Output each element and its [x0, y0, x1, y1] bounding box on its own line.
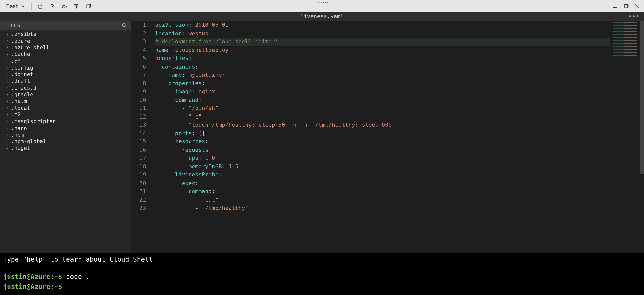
shell-selector[interactable]: Bash: [3, 2, 28, 10]
chevron-right-icon: ▹: [6, 133, 9, 137]
code-line[interactable]: properties:: [155, 54, 610, 63]
file-tree-item[interactable]: ▹.cf: [0, 57, 131, 64]
chevron-right-icon: ▹: [6, 59, 9, 63]
minimize-button[interactable]: [610, 1, 620, 11]
file-name: .config: [11, 65, 33, 70]
close-button[interactable]: [632, 1, 642, 11]
file-list: ▹.ansible▹.azure▹.azure-shell▹.cache▹.cf…: [0, 30, 131, 253]
file-name: .helm: [11, 99, 27, 104]
file-tree-item[interactable]: ▹.ansible: [0, 31, 131, 38]
chevron-right-icon: ▹: [6, 139, 9, 143]
line-number: 17: [131, 154, 146, 163]
line-number: 2: [131, 30, 146, 38]
monaco-editor: liveness.yaml ••• FILES ▹.ansible▹.azure…: [0, 12, 644, 253]
code-line[interactable]: containers:: [155, 63, 610, 71]
code-line[interactable]: - name: mycontainer: [155, 71, 610, 79]
code-line[interactable]: properties:: [155, 79, 610, 88]
editor-more-button[interactable]: •••: [628, 12, 640, 21]
line-number: 12: [131, 113, 146, 121]
drag-handle-icon[interactable]: [316, 2, 328, 3]
code-line[interactable]: # deployment from cloud shell editor!: [155, 38, 610, 46]
file-name: .emacs.d: [11, 85, 37, 91]
code-line[interactable]: resources:: [155, 138, 610, 146]
refresh-button[interactable]: [121, 22, 127, 29]
file-tree-item[interactable]: ▹.nuget: [0, 145, 131, 152]
settings-button[interactable]: [59, 1, 69, 11]
terminal-line: justin@Azure:~$: [3, 282, 641, 292]
upload-icon: [73, 3, 79, 9]
file-tree-item[interactable]: ▹.helm: [0, 98, 131, 105]
file-tree-item[interactable]: ▹.mssqlscripter: [0, 118, 131, 125]
file-explorer-header: FILES: [0, 21, 131, 30]
open-new-button[interactable]: [83, 1, 93, 11]
file-name: .dotnet: [11, 72, 33, 77]
code-line[interactable]: name: cloudshelldeploy: [155, 46, 610, 54]
file-tree-item[interactable]: ▹.nano: [0, 125, 131, 131]
help-button[interactable]: [47, 1, 57, 11]
file-tree-item[interactable]: ▹.azure: [0, 38, 131, 44]
line-number: 13: [131, 121, 146, 129]
file-tree-item[interactable]: ▹.draft: [0, 78, 131, 84]
line-number: 6: [131, 63, 146, 71]
file-name: .gradle: [11, 92, 33, 97]
chevron-right-icon: ▹: [6, 93, 9, 97]
chevron-down-icon: [21, 4, 25, 8]
prompt-symbol: $: [58, 283, 62, 290]
code-line[interactable]: - "cat": [155, 196, 610, 204]
editor-scrollbar[interactable]: [640, 21, 644, 253]
code-line[interactable]: location: westus: [155, 30, 610, 38]
line-number: 16: [131, 146, 146, 154]
cloud-shell-toolbar: Bash: [0, 0, 644, 12]
file-tree-item[interactable]: ▹.npm-global: [0, 138, 131, 145]
file-tree-item[interactable]: ▹.emacs.d: [0, 84, 131, 91]
code-line[interactable]: - "/tmp/healthy": [155, 204, 610, 213]
file-tree-item[interactable]: ▹.azure-shell: [0, 44, 131, 51]
chevron-right-icon: ▹: [6, 106, 9, 110]
chevron-right-icon: ▹: [6, 45, 9, 49]
terminal-cursor: [66, 283, 70, 290]
terminal[interactable]: Type "help" to learn about Cloud Shell j…: [0, 253, 644, 295]
code-line[interactable]: exec:: [155, 179, 610, 188]
line-number: 18: [131, 163, 146, 171]
minimap[interactable]: [610, 21, 640, 253]
line-number: 9: [131, 88, 146, 96]
chevron-right-icon: ▹: [6, 52, 9, 56]
file-name: .azure: [11, 38, 30, 43]
file-tree-item[interactable]: ▹.local: [0, 105, 131, 111]
line-number: 7: [131, 71, 146, 79]
chevron-right-icon: ▹: [6, 126, 9, 130]
code-line[interactable]: - "touch /tmp/healthy; sleep 30; rm -rf …: [155, 121, 610, 129]
code-content[interactable]: apiVersion: 2018-06-01location: westus# …: [152, 21, 610, 253]
code-editor[interactable]: 1234567891011121314151617181920212223 ap…: [131, 21, 644, 253]
chevron-right-icon: ▹: [6, 112, 9, 116]
code-line[interactable]: livenessProbe:: [155, 171, 610, 179]
chevron-right-icon: ▹: [6, 39, 9, 43]
code-line[interactable]: command:: [155, 188, 610, 196]
maximize-icon: [623, 3, 629, 9]
code-line[interactable]: ports: []: [155, 129, 610, 138]
upload-button[interactable]: [71, 1, 81, 11]
line-number: 4: [131, 46, 146, 54]
chevron-right-icon: ▹: [6, 79, 9, 83]
code-line[interactable]: memoryInGB: 1.5: [155, 163, 610, 171]
code-line[interactable]: - "/bin/sh": [155, 104, 610, 113]
code-line[interactable]: - "-c": [155, 113, 610, 121]
file-tree-item[interactable]: ▹.npm: [0, 131, 131, 138]
chevron-right-icon: ▹: [6, 66, 9, 70]
code-line[interactable]: cpu: 1.0: [155, 154, 610, 163]
line-number: 1: [131, 21, 146, 30]
file-tree-item[interactable]: ▹.cache: [0, 51, 131, 58]
scrollbar-thumb[interactable]: [640, 21, 644, 174]
file-tree-item[interactable]: ▹.config: [0, 64, 131, 71]
file-tree-item[interactable]: ▹.gradle: [0, 91, 131, 98]
code-line[interactable]: apiVersion: 2018-06-01: [155, 21, 610, 30]
code-line[interactable]: command:: [155, 96, 610, 104]
file-tree-item[interactable]: ▹.dotnet: [0, 71, 131, 78]
file-tree-item[interactable]: ▹.m2: [0, 111, 131, 118]
code-line[interactable]: requests:: [155, 146, 610, 154]
code-line[interactable]: image: nginx: [155, 88, 610, 96]
maximize-button[interactable]: [621, 1, 631, 11]
line-number: 15: [131, 138, 146, 146]
restart-button[interactable]: [35, 1, 45, 11]
editor-title: liveness.yaml: [300, 13, 344, 20]
